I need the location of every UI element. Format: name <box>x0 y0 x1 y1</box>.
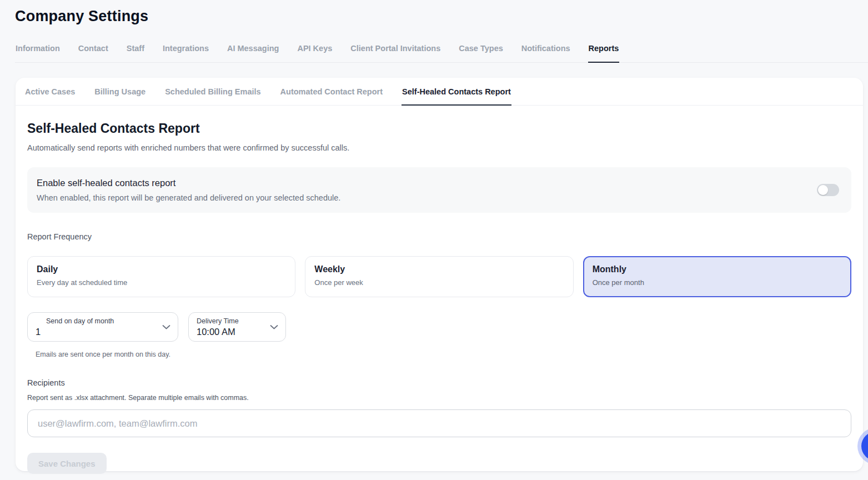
frequency-option-subtitle: Once per week <box>314 278 564 287</box>
enable-report-title: Enable self-healed contacts report <box>37 178 340 188</box>
tab-case-types[interactable]: Case Types <box>458 39 504 63</box>
report-content: Self-Healed Contacts Report Automaticall… <box>16 106 863 474</box>
frequency-option-subtitle: Once per month <box>593 278 842 287</box>
subtab-self-healed-contacts-report[interactable]: Self-Healed Contacts Report <box>402 79 511 106</box>
day-of-month-value: 1 <box>36 327 159 337</box>
frequency-option-title: Daily <box>37 264 286 274</box>
report-section-title: Self-Healed Contacts Report <box>27 121 851 136</box>
enable-report-text: Enable self-healed contacts report When … <box>37 178 340 202</box>
subtab-billing-usage[interactable]: Billing Usage <box>94 79 146 106</box>
frequency-option-subtitle: Every day at scheduled time <box>37 278 286 287</box>
day-of-month-label: Send on day of month <box>46 317 159 325</box>
recipients-hint: Report sent as .xlsx attachment. Separat… <box>27 394 851 402</box>
tab-integrations[interactable]: Integrations <box>162 39 209 63</box>
delivery-time-value: 10:00 AM <box>197 327 267 337</box>
page-title: Company Settings <box>15 8 868 25</box>
frequency-option-monthly[interactable]: Monthly Once per month <box>583 256 851 297</box>
recipients-label: Recipients <box>27 378 851 387</box>
reports-subtabbar: Active Cases Billing Usage Scheduled Bil… <box>16 78 863 106</box>
schedule-hint: Emails are sent once per month on this d… <box>36 351 851 358</box>
frequency-option-title: Weekly <box>314 264 564 274</box>
delivery-time-label: Delivery Time <box>197 317 267 325</box>
chevron-down-icon <box>270 324 278 329</box>
recipients-input[interactable] <box>27 409 851 437</box>
page-header: Company Settings <box>0 0 868 25</box>
settings-tabbar: Information Contact Staff Integrations A… <box>15 39 868 63</box>
tab-client-portal-invitations[interactable]: Client Portal Invitations <box>350 39 441 63</box>
enable-report-toggle[interactable] <box>817 184 839 196</box>
frequency-option-daily[interactable]: Daily Every day at scheduled time <box>27 256 295 297</box>
report-frequency-label: Report Frequency <box>27 232 851 241</box>
schedule-selects-row: Send on day of month 1 Delivery Time 10:… <box>27 312 851 342</box>
tab-staff[interactable]: Staff <box>126 39 145 63</box>
tab-ai-messaging[interactable]: AI Messaging <box>227 39 279 63</box>
reports-card: Active Cases Billing Usage Scheduled Bil… <box>16 78 863 471</box>
tab-contact[interactable]: Contact <box>78 39 109 63</box>
tab-api-keys[interactable]: API Keys <box>297 39 333 63</box>
enable-report-panel: Enable self-healed contacts report When … <box>27 167 851 213</box>
day-of-month-select[interactable]: Send on day of month 1 <box>27 312 178 342</box>
company-settings-page: Company Settings Information Contact Sta… <box>0 0 868 480</box>
subtab-automated-contact-report[interactable]: Automated Contact Report <box>280 79 383 106</box>
frequency-option-weekly[interactable]: Weekly Once per week <box>305 256 573 297</box>
toggle-knob <box>818 185 828 195</box>
report-section-description: Automatically send reports with enriched… <box>27 143 851 152</box>
enable-report-subtitle: When enabled, this report will be genera… <box>37 193 340 202</box>
tab-notifications[interactable]: Notifications <box>521 39 571 63</box>
save-changes-button[interactable]: Save Changes <box>27 453 107 474</box>
tab-reports[interactable]: Reports <box>588 39 620 63</box>
subtab-scheduled-billing-emails[interactable]: Scheduled Billing Emails <box>164 79 261 106</box>
tab-information[interactable]: Information <box>15 39 61 63</box>
subtab-active-cases[interactable]: Active Cases <box>24 79 76 106</box>
chevron-down-icon <box>162 324 170 329</box>
delivery-time-select[interactable]: Delivery Time 10:00 AM <box>188 312 286 342</box>
frequency-options-row: Daily Every day at scheduled time Weekly… <box>27 256 851 297</box>
frequency-option-title: Monthly <box>593 264 842 274</box>
